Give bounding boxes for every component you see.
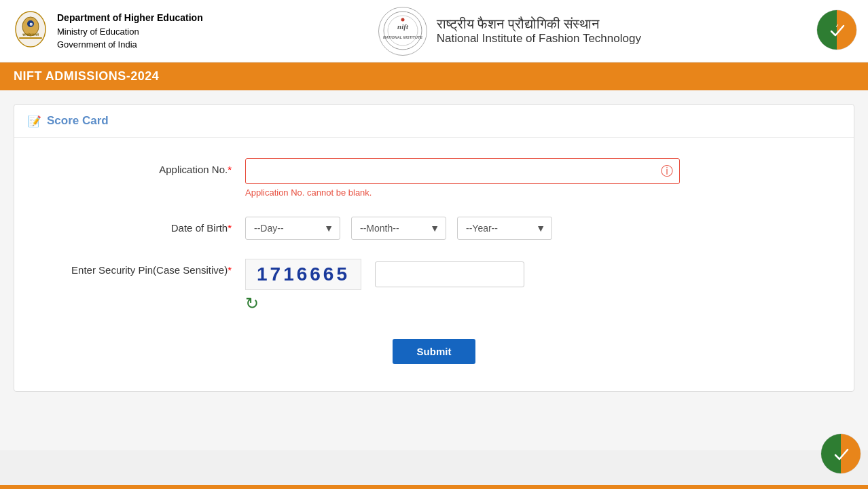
dept-line1: Department of Higher Education — [57, 11, 203, 25]
day-select-wrapper: --Day-- ▼ — [245, 217, 340, 240]
dob-controls: --Day-- ▼ --Month-- ▼ --Year — [245, 217, 840, 240]
nift-hindi-text: राष्ट्रीय फैशन प्रौद्योगिकी संस्थान — [437, 16, 600, 32]
submit-button[interactable]: Submit — [393, 339, 476, 364]
page-header: ☸ सत्यमेव जयते Department of Higher Educ… — [0, 0, 868, 62]
score-card-header: 📝 Score Card — [14, 105, 854, 138]
year-select[interactable]: --Year-- — [457, 217, 552, 240]
nift-branding: nift NATIONAL INSTITUTE राष्ट्रीय फैशन प… — [203, 7, 816, 56]
nift-english-text: National Institute of Fashion Technology — [437, 32, 641, 46]
captcha-image: 1716665 — [245, 259, 361, 290]
nift-name-block: राष्ट्रीय फैशन प्रौद्योगिकी संस्थान Nati… — [437, 16, 641, 46]
form-card: 📝 Score Card Application No.* ⓘ Applicat… — [14, 104, 854, 392]
application-no-row: Application No.* ⓘ Application No. canno… — [28, 158, 840, 198]
captcha-block: 1716665 ↻ — [245, 259, 361, 313]
svg-point-6 — [384, 12, 422, 50]
score-card-label: Score Card — [47, 114, 109, 128]
dob-required: * — [228, 222, 232, 234]
dept-text-block: Department of Higher Education Ministry … — [57, 11, 203, 52]
dept-line2: Ministry of Education — [57, 25, 203, 39]
edit-icon: 📝 — [28, 115, 41, 128]
year-select-wrapper: --Year-- ▼ — [457, 217, 552, 240]
month-select[interactable]: --Month-- — [351, 217, 446, 240]
svg-text:nift: nift — [397, 22, 409, 31]
dept-info: ☸ सत्यमेव जयते Department of Higher Educ… — [11, 7, 203, 55]
app-no-required: * — [228, 164, 232, 175]
nift-bottom-badge — [820, 433, 861, 477]
banner-title: NIFT ADMISSIONS-2024 — [14, 69, 159, 83]
security-required: * — [228, 264, 232, 276]
svg-text:✓: ✓ — [835, 24, 839, 28]
dob-selects: --Day-- ▼ --Month-- ▼ --Year — [245, 217, 840, 240]
security-label: Enter Security Pin(Case Sensitive)* — [28, 259, 245, 276]
security-controls: 1716665 ↻ — [245, 259, 840, 313]
dob-label: Date of Birth* — [28, 217, 245, 234]
app-no-error-message: Application No. cannot be blank. — [245, 187, 840, 198]
form-body: Application No.* ⓘ Application No. canno… — [14, 138, 854, 391]
svg-text:सत्यमेव जयते: सत्यमेव जयते — [22, 33, 39, 37]
security-pin-row: Enter Security Pin(Case Sensitive)* 1716… — [28, 259, 840, 313]
svg-text:NATIONAL INSTITUTE: NATIONAL INSTITUTE — [383, 35, 422, 39]
security-pin-input[interactable] — [375, 261, 524, 287]
main-content: 📝 Score Card Application No.* ⓘ Applicat… — [0, 90, 868, 450]
app-no-label: Application No.* — [28, 158, 245, 175]
month-select-wrapper: --Month-- ▼ — [351, 217, 446, 240]
admissions-banner: NIFT ADMISSIONS-2024 — [0, 62, 868, 90]
bottom-bar — [0, 485, 868, 489]
security-row-inner: 1716665 ↻ — [245, 259, 840, 313]
svg-point-9 — [401, 18, 404, 21]
form-footer: Submit — [28, 332, 840, 378]
india-emblem: ☸ सत्यमेव जयते — [11, 7, 50, 55]
application-no-input[interactable] — [245, 158, 680, 184]
svg-rect-5 — [19, 37, 42, 39]
dept-line3: Government of India — [57, 38, 203, 52]
dob-row: Date of Birth* --Day-- ▼ --Month-- — [28, 217, 840, 240]
nift-badge-right: ✓ — [816, 10, 857, 53]
nift-top-badge: ✓ — [816, 10, 857, 50]
app-no-input-wrapper: ⓘ — [245, 158, 680, 184]
day-select[interactable]: --Day-- — [245, 217, 340, 240]
app-no-control: ⓘ Application No. cannot be blank. — [245, 158, 840, 198]
refresh-captcha-icon[interactable]: ↻ — [245, 294, 361, 313]
nift-logo: nift NATIONAL INSTITUTE — [378, 7, 427, 56]
